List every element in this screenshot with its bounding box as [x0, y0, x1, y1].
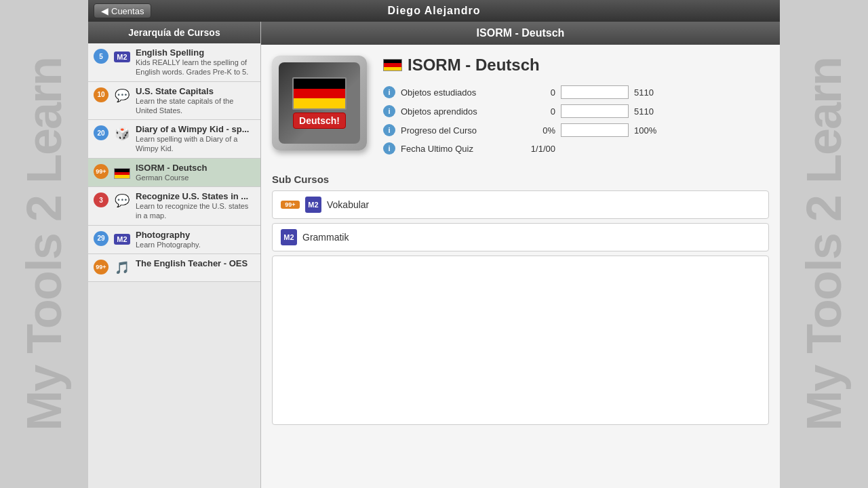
course-image-container: Deutsch!	[272, 56, 367, 160]
sidebar-items-container: 5M2English SpellingKids REALLY learn the…	[88, 43, 260, 282]
sidebar-item-diary-wimpy[interactable]: 20🎲Diary of a Wimpy Kid - sp...Learn spe…	[88, 120, 260, 159]
sidebar-item-desc-english-spelling: Kids REALLY learn the spelling of Englis…	[136, 58, 255, 77]
stat-info-icon-0[interactable]: i	[383, 86, 395, 98]
sub-course-item-1[interactable]: M2 Grammatik	[272, 223, 769, 251]
sidebar-item-icon-english-teacher: 🎵	[113, 258, 132, 277]
sidebar-item-title-diary-wimpy: Diary of a Wimpy Kid - sp...	[136, 124, 255, 134]
sidebar-item-badge-english-teacher: 99+	[94, 260, 108, 274]
sidebar-item-desc-isorm-deutsch: German Course	[136, 173, 255, 182]
sub-course-badge-0: 99+	[281, 201, 300, 209]
sidebar-item-content-us-capitals: U.S. State CapitalsLearn the state capit…	[136, 86, 255, 116]
stat-info-icon-1[interactable]: i	[383, 105, 395, 117]
sidebar-item-icon-isorm-deutsch	[113, 163, 132, 182]
main-panel: ISORM - Deutsch	[261, 22, 780, 488]
stat-label-0: Objetos estudiados	[401, 87, 523, 98]
course-stats: ISORM - Deutsch i Objetos estudiados 0 5…	[383, 56, 769, 160]
watermark-right-text: My Tools 2 Learn	[796, 58, 852, 431]
sidebar-item-desc-us-capitals: Learn the state capitals of the United S…	[136, 96, 255, 116]
stat-row-0: i Objetos estudiados 0 5110	[383, 85, 769, 99]
stat-label-2: Progreso del Curso	[401, 125, 523, 136]
stat-value-right-0: 5110	[634, 87, 668, 98]
sub-course-empty-area	[272, 256, 769, 425]
main-wrapper: ◀ Cuentas Diego Alejandro Jerarquía de C…	[88, 0, 780, 488]
stat-value-right-2: 100%	[634, 125, 668, 136]
sidebar-item-icon-english-spelling: M2	[113, 47, 132, 66]
content-area: Jerarquía de Cursos 5M2English SpellingK…	[88, 22, 780, 488]
flag-red-stripe	[294, 89, 345, 99]
sidebar-item-desc-recognize-states: Learn to recognize the U.S. states in a …	[136, 201, 255, 221]
sidebar-item-photography[interactable]: 29M2PhotographyLearn Photography.	[88, 226, 260, 254]
watermark-right: My Tools 2 Learn	[780, 0, 868, 488]
sidebar-item-us-capitals[interactable]: 10💬U.S. State CapitalsLearn the state ca…	[88, 82, 260, 121]
sidebar-item-title-english-spelling: English Spelling	[136, 47, 255, 58]
back-arrow-icon: ◀	[101, 5, 108, 16]
watermark-left-text: My Tools 2 Learn	[16, 58, 72, 431]
german-flag-image	[292, 77, 347, 110]
sidebar-item-icon-diary-wimpy: 🎲	[113, 124, 132, 143]
sidebar-item-title-english-teacher: The English Teacher - OES	[136, 258, 255, 268]
sidebar-item-content-english-teacher: The English Teacher - OES	[136, 258, 255, 268]
sidebar-item-icon-us-capitals: 💬	[113, 86, 132, 105]
course-image: Deutsch!	[272, 56, 367, 150]
sidebar-item-content-recognize-states: Recognize U.S. States in ...Learn to rec…	[136, 191, 255, 221]
stat-value-left-3: 1/1/00	[528, 144, 555, 154]
flag-gold-stripe	[294, 98, 345, 108]
sidebar-item-content-isorm-deutsch: ISORM - DeutschGerman Course	[136, 163, 255, 182]
stat-bar-0	[561, 85, 629, 99]
stat-info-icon-2[interactable]: i	[383, 124, 395, 136]
top-bar: ◀ Cuentas Diego Alejandro	[88, 0, 780, 22]
stat-label-1: Objetos aprendidos	[401, 106, 523, 117]
sidebar-item-badge-photography: 29	[94, 231, 108, 246]
sub-courses-title: Sub Cursos	[272, 174, 769, 185]
sub-course-icon-0: M2	[305, 197, 321, 213]
stat-bar-1	[561, 104, 629, 118]
sidebar-item-title-isorm-deutsch: ISORM - Deutsch	[136, 163, 255, 173]
sidebar-item-desc-diary-wimpy: Learn spelling with a Diary of a Wimpy K…	[136, 134, 255, 154]
sidebar-item-english-teacher[interactable]: 99+🎵The English Teacher - OES	[88, 254, 260, 282]
back-button-label: Cuentas	[111, 6, 144, 16]
sub-course-item-0[interactable]: 99+ M2 Vokabular	[272, 190, 769, 219]
sidebar-item-icon-recognize-states: 💬	[113, 191, 132, 210]
stat-bar-2	[561, 123, 629, 137]
title-flag-gold	[384, 67, 401, 70]
sidebar: Jerarquía de Cursos 5M2English SpellingK…	[88, 22, 261, 488]
sidebar-item-badge-us-capitals: 10	[94, 87, 108, 102]
sidebar-item-english-spelling[interactable]: 5M2English SpellingKids REALLY learn the…	[88, 43, 260, 82]
sidebar-item-badge-english-spelling: 5	[94, 49, 108, 64]
stat-row-2: i Progreso del Curso 0% 100%	[383, 123, 769, 137]
sidebar-item-title-photography: Photography	[136, 230, 255, 240]
stat-value-left-1: 0	[528, 106, 555, 117]
sub-course-label-1: Grammatik	[302, 232, 349, 243]
stat-row-3: i Fecha Ultimo Quiz 1/1/00	[383, 142, 769, 155]
stat-value-right-1: 5110	[634, 106, 668, 117]
sub-courses-section: Sub Cursos 99+ M2 Vokabular M2 Grammatik	[272, 174, 769, 425]
sidebar-item-isorm-deutsch[interactable]: 99+ISORM - DeutschGerman Course	[88, 159, 260, 187]
sidebar-item-badge-diary-wimpy: 20	[94, 125, 108, 140]
sidebar-item-title-recognize-states: Recognize U.S. States in ...	[136, 191, 255, 201]
back-button[interactable]: ◀ Cuentas	[94, 3, 151, 18]
flag-black-stripe	[294, 79, 345, 89]
stat-rows-container: i Objetos estudiados 0 5110 i Objetos ap…	[383, 85, 769, 155]
course-image-inner: Deutsch!	[279, 62, 360, 144]
sidebar-item-icon-photography: M2	[113, 230, 132, 249]
sidebar-item-title-us-capitals: U.S. State Capitals	[136, 86, 255, 96]
sub-course-icon-1: M2	[281, 229, 297, 245]
watermark-left: My Tools 2 Learn	[0, 0, 88, 488]
sidebar-item-content-diary-wimpy: Diary of a Wimpy Kid - sp...Learn spelli…	[136, 124, 255, 154]
stat-label-3: Fecha Ultimo Quiz	[401, 144, 523, 154]
stat-info-icon-3[interactable]: i	[383, 142, 395, 155]
sub-course-items-container: 99+ M2 Vokabular M2 Grammatik	[272, 190, 769, 251]
sidebar-header: Jerarquía de Cursos	[88, 22, 260, 43]
top-bar-title: Diego Alejandro	[387, 5, 480, 17]
stat-value-left-2: 0%	[528, 125, 555, 136]
course-title-text: ISORM - Deutsch	[408, 56, 540, 75]
sidebar-item-badge-isorm-deutsch: 99+	[94, 164, 108, 179]
course-title: ISORM - Deutsch	[383, 56, 769, 75]
main-panel-header: ISORM - Deutsch	[261, 22, 780, 45]
sub-course-label-0: Vokabular	[327, 199, 369, 210]
sidebar-item-content-photography: PhotographyLearn Photography.	[136, 230, 255, 249]
sidebar-item-badge-recognize-states: 3	[94, 192, 108, 207]
course-detail: Deutsch! ISORM - Deutsch	[272, 56, 769, 160]
sidebar-item-recognize-states[interactable]: 3💬Recognize U.S. States in ...Learn to r…	[88, 187, 260, 226]
main-content: Deutsch! ISORM - Deutsch	[261, 45, 780, 488]
